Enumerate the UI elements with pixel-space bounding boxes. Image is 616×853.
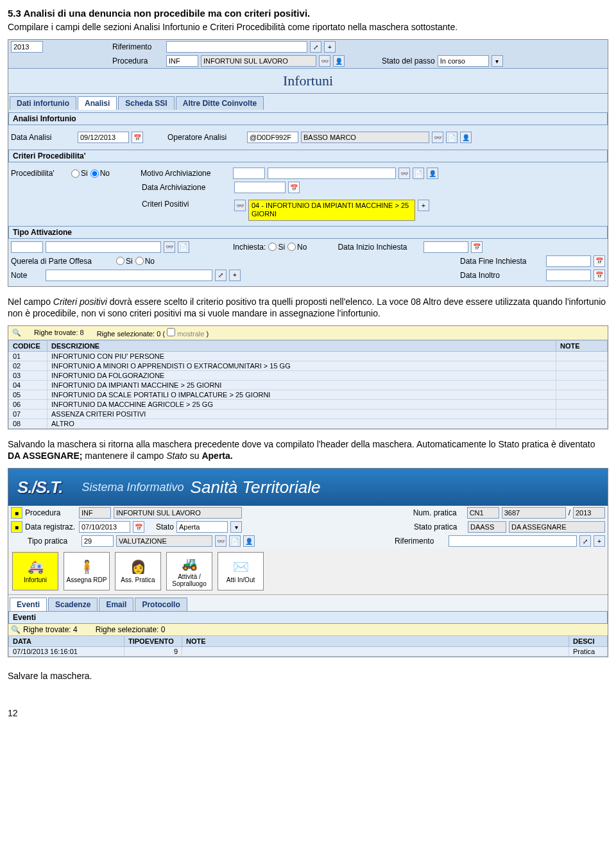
table-row[interactable]: 08ALTRO [9, 418, 608, 428]
table-row[interactable]: 01INFORTUNIO CON PIU' PERSONE [9, 351, 608, 361]
calendar-icon[interactable]: 📅 [594, 270, 605, 281]
radio-inch-si[interactable]: Si [268, 243, 285, 252]
calendar-icon[interactable]: 📅 [594, 255, 605, 267]
person-icon: 🧍 [78, 559, 96, 574]
col-note[interactable]: NOTE [556, 340, 608, 351]
plus-icon[interactable]: + [418, 200, 429, 211]
btn-attivita[interactable]: 🚜Attività / Sopralluogo [166, 552, 212, 590]
data-fine-field[interactable] [546, 255, 591, 267]
plus-icon[interactable]: + [594, 535, 605, 547]
operatore-code[interactable]: @D0DF992F [247, 132, 298, 143]
table-row[interactable]: 05INFORTUNIO DA SCALE PORTATILI O IMPALC… [9, 390, 608, 399]
data-arch-field[interactable] [234, 182, 286, 193]
doc-icon[interactable]: 📄 [178, 241, 189, 253]
table-row[interactable]: 04INFORTUNIO DA IMPIANTI MACCHINE > 25 G… [9, 380, 608, 390]
radio-si[interactable]: Si [71, 169, 88, 178]
btn-assegna-rdp[interactable]: 🧍Assegna RDP [64, 552, 110, 590]
tab-scadenze[interactable]: Scadenze [48, 598, 98, 611]
marker-icon[interactable]: ■ [11, 521, 22, 533]
tipo-code[interactable]: 29 [81, 535, 114, 547]
infortuni-panel: 2013 Riferimento ⤢ + Procedura INF INFOR… [8, 39, 608, 286]
expand-icon[interactable]: ⤢ [215, 270, 227, 281]
calendar-icon[interactable]: 📅 [132, 132, 143, 143]
data-inizio-field[interactable] [424, 241, 468, 253]
doc-icon[interactable]: 📄 [446, 132, 458, 143]
user-icon[interactable]: 👤 [460, 132, 472, 143]
magnifier-icon[interactable]: 🔍 [11, 625, 21, 634]
tab-eventi[interactable]: Eventi [10, 598, 47, 611]
calendar-icon[interactable]: 📅 [471, 241, 483, 253]
motivo-code[interactable] [233, 168, 265, 179]
procedura-code[interactable]: INF [166, 55, 198, 67]
doc-icon[interactable]: 📄 [229, 535, 241, 547]
radio-q-si[interactable]: Si [116, 257, 133, 266]
radio-no[interactable]: No [90, 169, 110, 178]
mostrale-checkbox[interactable] [167, 328, 175, 336]
col-desc[interactable]: DESCI [569, 636, 608, 647]
btn-atti[interactable]: ✉️Atti In/Out [218, 552, 264, 590]
procedura-label: Procedura [112, 56, 164, 65]
tab-altre-ditte[interactable]: Altre Ditte Coinvolte [176, 96, 264, 110]
user-icon[interactable]: 👤 [427, 168, 438, 179]
criteri-positivi-value[interactable]: 04 - INFORTUNIO DA IMPIANTI MACCHINE > 2… [248, 200, 415, 220]
btn-infortuni[interactable]: 🚑Infortuni [12, 552, 58, 590]
col-data[interactable]: DATA [9, 636, 124, 647]
riferimento-field[interactable] [166, 41, 307, 53]
calendar-icon[interactable]: 📅 [288, 182, 300, 193]
expand-icon[interactable]: ⤢ [310, 41, 321, 53]
table-row[interactable]: 03INFORTUNIO DA FOLGORAZIONE [9, 370, 608, 380]
marker-icon[interactable]: ■ [11, 507, 22, 519]
plus-icon[interactable]: + [229, 270, 241, 281]
table-row[interactable]: 02INFORTUNIO A MINORI O APPRENDISTI O EX… [9, 361, 608, 370]
binocular-icon[interactable]: 👓 [234, 200, 246, 211]
procedura-label: Procedura [25, 508, 76, 517]
dropdown-icon[interactable]: ▾ [492, 55, 503, 67]
operatore-name: BASSO MARCO [301, 132, 429, 143]
anno-field[interactable]: 2013 [11, 41, 43, 53]
radio-inch-no[interactable]: No [287, 243, 307, 252]
num-pratica-label: Num. pratica [413, 508, 465, 517]
tab-dati-infortunio[interactable]: Dati infortunio [10, 96, 76, 110]
table-row[interactable]: 07/10/2013 16:16:01 9 Pratica [9, 647, 608, 657]
tipo-desc[interactable] [46, 241, 161, 253]
binocular-icon[interactable]: 👓 [164, 241, 175, 253]
tractor-icon: 🚜 [180, 556, 198, 571]
col-note[interactable]: NOTE [182, 636, 569, 647]
binocular-icon[interactable]: 👓 [319, 55, 330, 67]
data-arch-label: Data Archiviazione [142, 183, 232, 192]
tab-analisi[interactable]: Analisi [78, 96, 117, 110]
col-tipoevento[interactable]: TIPOEVENTO [124, 636, 182, 647]
data-inizio-label: Data Inizio Inchiesta [338, 243, 421, 252]
tipo-code[interactable] [11, 241, 43, 253]
data-reg-field[interactable]: 07/10/2013 [79, 521, 130, 533]
doc-icon[interactable]: 📄 [413, 168, 424, 179]
radio-q-no[interactable]: No [135, 257, 155, 266]
dropdown-icon[interactable]: ▾ [230, 521, 242, 533]
col-codice[interactable]: CODICE [9, 340, 47, 351]
table-row[interactable]: 06INFORTUNIO DA MACCHINE AGRICOLE > 25 G… [9, 399, 608, 409]
tab-protocollo[interactable]: Protocollo [135, 598, 187, 611]
motivo-desc[interactable] [268, 168, 396, 179]
binocular-icon[interactable]: 👓 [215, 535, 227, 547]
magnifier-icon[interactable]: 🔍 [12, 329, 21, 337]
user-icon[interactable]: 👤 [243, 535, 255, 547]
face-icon: 👩 [129, 559, 147, 574]
user-icon[interactable]: 👤 [333, 55, 345, 67]
calendar-icon[interactable]: 📅 [133, 521, 144, 533]
plus-icon[interactable]: + [324, 41, 336, 53]
tab-email[interactable]: Email [99, 598, 133, 611]
operatore-label: Operatore Analisi [167, 133, 244, 142]
table-row[interactable]: 07ASSENZA CRITERI POSITIVI [9, 409, 608, 418]
stato-field[interactable]: Aperta [176, 521, 228, 533]
binocular-icon[interactable]: 👓 [398, 168, 410, 179]
data-analisi-field[interactable]: 09/12/2013 [78, 132, 129, 143]
data-inoltro-field[interactable] [546, 270, 591, 281]
btn-ass-pratica[interactable]: 👩Ass. Pratica [115, 552, 161, 590]
tab-scheda-ssi[interactable]: Scheda SSI [118, 96, 174, 110]
riferimento-field[interactable] [449, 535, 577, 547]
stato-passo-field[interactable]: In corso [438, 55, 489, 67]
note-field[interactable] [46, 270, 212, 281]
binocular-icon[interactable]: 👓 [432, 132, 443, 143]
expand-icon[interactable]: ⤢ [579, 535, 591, 547]
col-descrizione[interactable]: DESCRIZIONE [47, 340, 556, 351]
